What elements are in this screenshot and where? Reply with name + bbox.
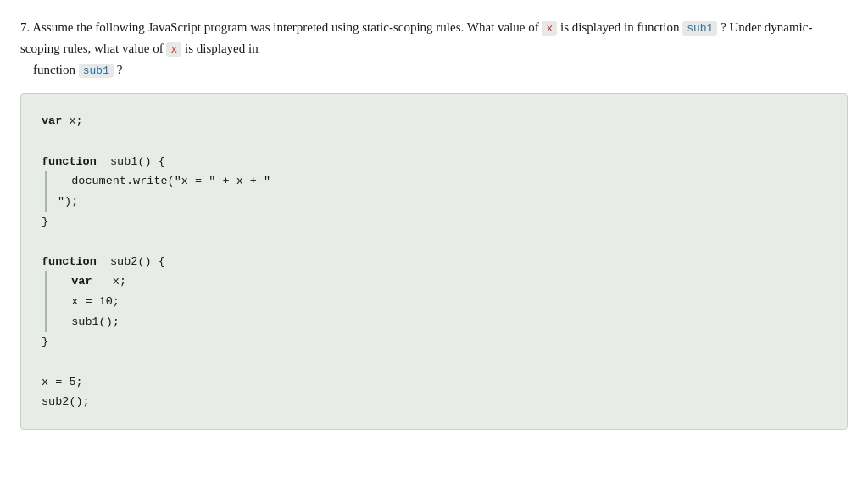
- code-line-close-sub1: }: [42, 212, 826, 232]
- inline-sub1-1: sub1: [682, 21, 717, 36]
- code-line-x10: x = 10;: [58, 292, 826, 312]
- question-text: 7. Assume the following JavaScript progr…: [20, 17, 848, 80]
- question-container: 7. Assume the following JavaScript progr…: [20, 17, 848, 430]
- code-line-1: var x;: [42, 111, 826, 131]
- code-line-blank-1: [42, 131, 826, 152]
- question-text-end: ?: [117, 63, 123, 76]
- question-text-mid1: is displayed in function: [560, 20, 682, 34]
- inline-x-2: x: [166, 42, 181, 57]
- code-line-fn1: function sub1() {: [42, 152, 826, 172]
- question-number: 7.: [20, 20, 30, 34]
- code-block: var x; function sub1() { document.write(…: [20, 93, 848, 429]
- code-line-x5: x = 5;: [42, 372, 826, 393]
- question-intro: Assume the following JavaScript program …: [32, 20, 542, 34]
- code-block-sub1-body: document.write("x = " + x + " ");: [45, 171, 826, 211]
- code-line-blank-3: [42, 352, 826, 372]
- inline-x-1: x: [542, 21, 557, 36]
- code-line-docwrite: document.write("x = " + x + ": [58, 171, 826, 192]
- code-line-blank-2: [42, 232, 826, 252]
- code-line-var-x: var x;: [58, 271, 826, 292]
- code-line-call-sub1: sub1();: [58, 312, 826, 332]
- code-line-close-sub2: }: [42, 332, 826, 352]
- inline-sub1-2: sub1: [79, 64, 114, 78]
- code-line-docwrite-end: ");: [58, 192, 826, 212]
- code-line-call-sub2: sub2();: [42, 392, 826, 412]
- code-block-sub2-body: var x; x = 10; sub1();: [45, 271, 826, 332]
- code-line-fn2: function sub2() {: [42, 252, 826, 272]
